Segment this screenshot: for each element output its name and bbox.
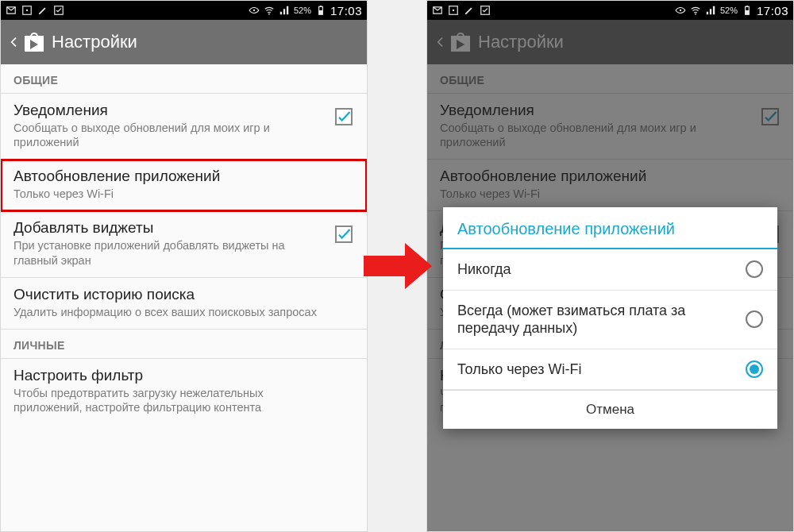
section-personal: ЛИЧНЫЕ	[1, 330, 367, 359]
play-store-icon	[23, 31, 45, 53]
screen-title: Настройки	[52, 32, 137, 52]
option-wifi[interactable]: Только через Wi-Fi	[443, 349, 777, 391]
eye-icon	[675, 6, 686, 15]
option-never[interactable]: Никогда	[443, 249, 777, 291]
dialog-title: Автообновление приложений	[443, 207, 777, 248]
setting-subtitle: Только через Wi-Fi	[13, 187, 322, 201]
battery-text: 52%	[294, 6, 311, 15]
setting-title: Настроить фильтр	[13, 367, 322, 384]
setting-subtitle: Удалить информацию о всех ваших поисковы…	[13, 305, 322, 319]
checkbox-widgets[interactable]	[335, 226, 353, 243]
checkbox-icon	[53, 6, 64, 15]
phone-screen-left: 52% 17:03 Настройки ОБЩИЕ Уведомления Со…	[0, 0, 368, 532]
radio-always[interactable]	[746, 310, 763, 328]
option-label: Всегда (может взиматься плата за передач…	[457, 302, 746, 337]
mail-icon	[6, 6, 17, 15]
autoupdate-dialog: Автообновление приложений Никогда Всегда…	[443, 207, 777, 429]
flow-arrow	[362, 238, 434, 294]
edit-icon	[37, 6, 48, 15]
signal-icon	[279, 6, 290, 15]
actionbar: Настройки	[1, 20, 367, 64]
eye-icon	[249, 6, 260, 15]
svg-point-3	[253, 10, 255, 11]
checkbox-icon	[480, 6, 491, 15]
svg-rect-7	[320, 6, 322, 6]
setting-title: Автообновление приложений	[13, 168, 322, 185]
svg-point-11	[680, 10, 681, 11]
svg-point-12	[695, 13, 696, 15]
setting-title: Добавлять виджеты	[13, 219, 322, 237]
settings-list: ОБЩИЕ Уведомления Сообщать о выходе обно…	[1, 64, 367, 531]
svg-rect-14	[746, 10, 750, 14]
setting-subtitle: Чтобы предотвратить загрузку нежелательн…	[13, 386, 322, 414]
back-button[interactable]	[7, 30, 21, 54]
setting-widgets[interactable]: Добавлять виджеты При установке приложен…	[1, 211, 367, 277]
section-general: ОБЩИЕ	[1, 64, 367, 94]
battery-icon	[315, 6, 326, 15]
statusbar: 52% 17:03	[427, 1, 793, 20]
svg-rect-15	[746, 6, 748, 6]
mail-icon	[432, 6, 443, 15]
svg-point-4	[268, 13, 270, 15]
dotsquare-icon	[448, 6, 459, 15]
svg-point-9	[453, 10, 454, 11]
signal-icon	[705, 6, 716, 15]
svg-point-1	[26, 10, 28, 11]
checkbox-notifications[interactable]	[335, 108, 353, 125]
setting-title: Очистить историю поиска	[13, 286, 322, 303]
setting-title: Уведомления	[13, 102, 322, 119]
radio-wifi[interactable]	[746, 360, 763, 378]
phone-screen-right: 52% 17:03 Настройки ОБЩИЕ Уведомления Со…	[426, 0, 794, 532]
clock-text: 17:03	[757, 4, 788, 17]
statusbar: 52% 17:03	[1, 1, 367, 20]
dotsquare-icon	[21, 6, 33, 15]
setting-subtitle: При установке приложений добавлять видже…	[13, 238, 322, 267]
wifi-icon	[264, 6, 275, 15]
setting-filter[interactable]: Настроить фильтр Чтобы предотвратить заг…	[1, 359, 367, 424]
setting-clear-history[interactable]: Очистить историю поиска Удалить информац…	[1, 278, 367, 330]
option-label: Только через Wi-Fi	[457, 360, 746, 379]
dialog-cancel-button[interactable]: Отмена	[443, 390, 777, 429]
edit-icon	[464, 6, 475, 15]
battery-text: 52%	[720, 6, 738, 15]
svg-rect-6	[319, 10, 323, 14]
option-always[interactable]: Всегда (может взиматься плата за передач…	[443, 291, 777, 349]
clock-text: 17:03	[330, 4, 362, 17]
wifi-icon	[690, 6, 701, 15]
setting-subtitle: Сообщать о выходе обновлений для моих иг…	[13, 121, 322, 149]
option-label: Никогда	[457, 260, 746, 279]
setting-notifications[interactable]: Уведомления Сообщать о выходе обновлений…	[1, 94, 367, 160]
setting-autoupdate[interactable]: Автообновление приложений Только через W…	[1, 160, 367, 211]
radio-never[interactable]	[746, 260, 763, 278]
battery-icon	[742, 6, 753, 15]
